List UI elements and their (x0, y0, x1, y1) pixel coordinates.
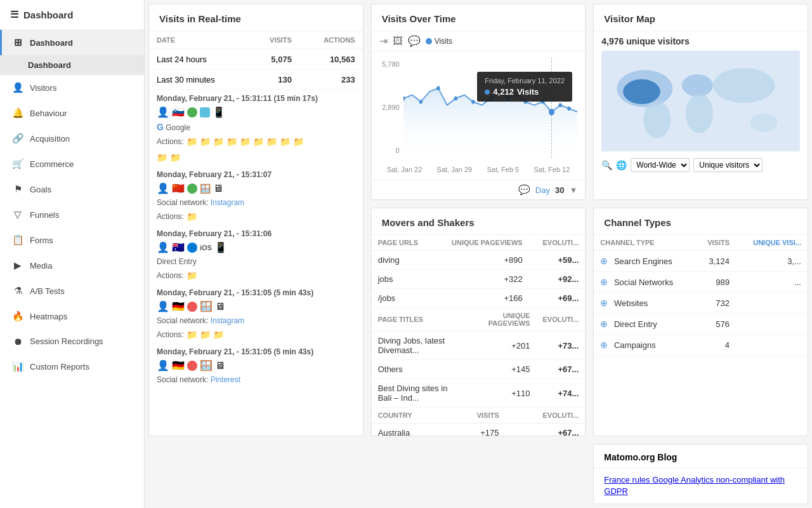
svg-point-1 (419, 100, 422, 104)
sidebar-item-dashboard[interactable]: ⊞ Dashboard (0, 30, 144, 55)
media-icon: ▶ (12, 260, 23, 271)
blog-article-link[interactable]: France rules Google Analytics non-compli… (604, 475, 785, 496)
sidebar-label-abtests: A/B Tests (30, 286, 65, 296)
period-btn[interactable]: 💬 (518, 184, 530, 196)
period-selector[interactable]: Day (535, 185, 550, 195)
source-link[interactable]: Pinterest (211, 375, 240, 384)
card-visitor-map: Visitor Map 4,976 unique visitors (593, 4, 808, 200)
movers-title: Movers and Shakers (372, 208, 586, 235)
movers-titles-table: PAGE TITLES UNIQUE PAGEVIEWS EVOLUTI... … (372, 308, 586, 408)
sidebar-item-forms[interactable]: 📋 Forms (0, 227, 144, 253)
table-row: Diving Jobs, latest Divemast... +201 +73… (372, 331, 586, 360)
sidebar-item-media[interactable]: ▶ Media (0, 253, 144, 278)
expand-icon[interactable]: ⊕ (600, 256, 608, 266)
movers-table: PAGE URLS UNIQUE PAGEVIEWS EVOLUTI... di… (372, 235, 586, 308)
y-mid: 2,890 (379, 104, 400, 111)
sidebar-item-ecommerce[interactable]: 🛒 Ecommerce (0, 151, 144, 177)
source-link[interactable]: Instagram (211, 198, 244, 207)
session-icons-5: 👤 🇩🇪 🪟 🖥 (149, 358, 363, 374)
svg-point-2 (436, 86, 440, 90)
expand-icon[interactable]: ⊕ (600, 340, 608, 350)
x-label-1: Sat, Jan 22 (387, 166, 422, 173)
map-visual[interactable] (601, 50, 800, 152)
metric-selector[interactable]: Unique visitors (693, 158, 763, 172)
source-label: Social network: (157, 375, 211, 384)
channel-name-3: Websites (614, 298, 648, 308)
col-date: DATE (149, 31, 249, 50)
url-1: diving (372, 251, 433, 270)
export-icon[interactable]: ⇥ (379, 35, 388, 47)
sidebar-item-visitors[interactable]: 👤 Visitors (0, 75, 144, 100)
goals-icon: ⚑ (12, 184, 23, 195)
device-mobile-icon: 📱 (214, 241, 227, 253)
svg-point-10 (567, 107, 570, 110)
sidebar-sub-dashboard[interactable]: Dashboard (0, 55, 144, 75)
visits-chart[interactable] (403, 58, 578, 159)
ch-unique-2: ... (736, 272, 808, 293)
table-row: ⊕ Social Networks 989 ... (594, 272, 808, 293)
source-link[interactable]: Instagram (211, 316, 244, 325)
sidebar-item-funnels[interactable]: ▽ Funnels (0, 202, 144, 227)
folder-icon: 📁 (253, 137, 264, 147)
table-row: ⊕ Direct Entry 576 (594, 314, 808, 335)
ch-visits-3: 732 (695, 293, 736, 314)
folder-icon: 📁 (200, 330, 211, 340)
os-icon: 🪟 (200, 184, 211, 194)
session-icons-2: 👤 🇨🇳 🪟 🖥 (149, 181, 363, 197)
region-selector[interactable]: World-Wide (631, 158, 690, 172)
flag-cn: 🇨🇳 (172, 182, 185, 194)
sidebar-label-funnels: Funnels (30, 210, 59, 220)
sidebar-item-goals[interactable]: ⚑ Goals (0, 177, 144, 202)
expand-icon[interactable]: ⊕ (600, 298, 608, 308)
sidebar-logo: ☰ Dashboard (0, 0, 144, 30)
sidebar-item-heatmaps[interactable]: 🔥 Heatmaps (0, 304, 144, 329)
device-mobile-icon: 📱 (213, 106, 225, 118)
realtime-table: DATE VISITS ACTIONS Last 24 hours 5,075 … (149, 31, 363, 90)
expand-icon[interactable]: ⊕ (600, 319, 608, 329)
dashboard-icon: ⊞ (12, 37, 23, 48)
sidebar-item-acquisition[interactable]: 🔗 Acquisition (0, 126, 144, 151)
image-icon[interactable]: 🖼 (393, 36, 403, 47)
sidebar-label-dashboard: Dashboard (30, 38, 73, 48)
table-row: Others +145 +67... (372, 360, 586, 379)
col-evolution2: EVOLUTI... (536, 308, 585, 331)
col-country: COUNTRY (372, 408, 449, 424)
dropdown-icon[interactable]: ▼ (569, 185, 577, 195)
sidebar-label-goals: Goals (30, 185, 51, 194)
channel-3: ⊕ Websites (594, 293, 695, 314)
x-axis: Sat, Jan 22 Sat, Jan 29 Sat, Feb 5 Sat, … (379, 166, 578, 173)
session-icons-4: 👤 🇩🇪 🪟 🖥 (149, 299, 363, 315)
acquisition-icon: 🔗 (12, 133, 23, 144)
session-source-4: Social network: Instagram (149, 315, 363, 328)
channel-2: ⊕ Social Networks (594, 272, 695, 293)
ch-unique-1: 3,... (736, 251, 808, 272)
sidebar-item-behaviour[interactable]: 🔔 Behaviour (0, 100, 144, 126)
search-icon[interactable]: 🔍 (601, 160, 612, 170)
comment-icon[interactable]: 💬 (408, 35, 421, 47)
session-time-1: Monday, February 21, - 15:31:11 (15 min … (149, 90, 363, 105)
svg-point-16 (682, 74, 713, 97)
menu-icon[interactable]: ☰ (10, 9, 18, 20)
sidebar-item-session-recordings[interactable]: ⏺ Session Recordings (0, 329, 144, 354)
globe-icon[interactable]: 🌐 (616, 160, 627, 170)
pv-1: +890 (433, 251, 529, 270)
sidebar-item-custom-reports[interactable]: 📊 Custom Reports (0, 354, 144, 379)
ch-unique-4 (736, 314, 808, 335)
table-row: /jobs +166 +69... (372, 289, 586, 308)
svg-point-20 (750, 114, 778, 132)
svg-point-15 (624, 79, 661, 104)
svg-point-6 (506, 97, 509, 100)
ch-unique-5 (736, 335, 808, 356)
behaviour-icon: 🔔 (12, 107, 23, 119)
chart-toolbar: ⇥ 🖼 💬 Visits (372, 31, 586, 51)
source-label: Social network: (157, 316, 211, 325)
folder-icon: 📁 (213, 330, 224, 340)
sidebar-item-abtests[interactable]: ⚗ A/B Tests (0, 278, 144, 304)
visits-24h: 5,075 (249, 50, 299, 70)
col-unique-pv2: UNIQUE PAGEVIEWS (466, 308, 536, 331)
expand-icon[interactable]: ⊕ (600, 277, 608, 287)
tevo-3: +74... (536, 379, 585, 408)
map-unique-visitors: 4,976 unique visitors (601, 36, 800, 46)
tpv-2: +145 (466, 360, 536, 379)
session-source-5: Social network: Pinterest (149, 374, 363, 387)
